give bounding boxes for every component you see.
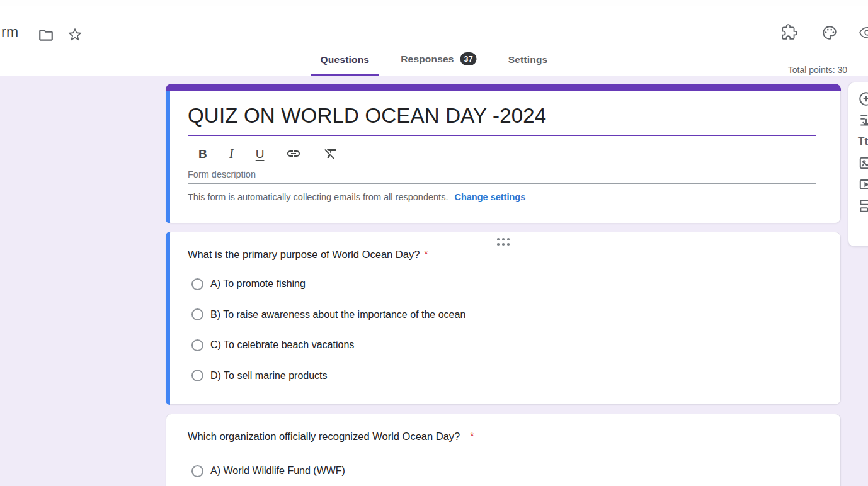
responses-count-badge: 37 (460, 52, 477, 65)
option-label[interactable]: A) To promote fishing (210, 278, 306, 290)
bold-button[interactable]: B (198, 148, 207, 160)
form-header: rm Questions Responses 37 Settings Total… (0, 6, 868, 76)
add-ons-puzzle-icon[interactable] (781, 24, 797, 40)
browser-edge-strip (0, 0, 868, 6)
form-title-fragment[interactable]: rm (1, 24, 18, 41)
add-image-icon[interactable] (858, 155, 868, 171)
tab-settings[interactable]: Settings (499, 54, 557, 76)
tab-questions[interactable]: Questions (311, 54, 379, 76)
clear-formatting-icon[interactable] (323, 146, 338, 161)
add-question-icon[interactable] (858, 91, 868, 107)
radio-button-icon[interactable] (191, 465, 203, 477)
tab-settings-label: Settings (508, 54, 548, 65)
italic-button[interactable]: I (229, 147, 234, 161)
add-video-icon[interactable] (858, 176, 868, 193)
insert-link-icon[interactable] (286, 146, 301, 161)
option-row[interactable]: C) To celebrate beach vacations (166, 330, 840, 361)
question-2-label: Which organization officially recognized… (188, 431, 460, 442)
email-collection-notice: This form is automatically collecting em… (188, 192, 816, 202)
option-label[interactable]: B) To raise awareness about the importan… (210, 309, 465, 320)
option-label[interactable]: D) To sell marine products (210, 370, 328, 381)
total-points-label: Total points: 30 (788, 65, 847, 75)
add-title-description-icon[interactable]: Tt (858, 133, 868, 150)
customize-theme-palette-icon[interactable] (821, 25, 838, 41)
option-row[interactable]: A) To promote fishing (166, 269, 840, 300)
selected-card-indicator (166, 91, 170, 223)
text-format-toolbar: B I U (188, 145, 816, 162)
option-label[interactable]: A) World Wildlife Fund (WWF) (210, 465, 345, 477)
title-focus-underline (188, 135, 816, 136)
tab-responses[interactable]: Responses 37 (391, 52, 486, 76)
required-asterisk: * (470, 431, 474, 442)
drag-handle-icon[interactable] (497, 238, 510, 246)
preview-eye-icon[interactable] (859, 25, 868, 41)
question-1-label: What is the primary purpose of World Oce… (188, 249, 420, 260)
title-card-body: QUIZ ON WORLD OCEAN DAY -2024 B I U Form… (188, 92, 816, 223)
option-row[interactable]: D) To sell marine products (166, 361, 840, 392)
question-side-toolbar: Tt (848, 82, 868, 247)
question-2-text[interactable]: Which organization officially recognized… (188, 431, 821, 443)
option-row[interactable]: A) World Wildlife Fund (WWF) (166, 456, 840, 486)
radio-button-icon[interactable] (191, 339, 203, 351)
radio-button-icon[interactable] (191, 308, 203, 320)
tab-responses-label: Responses (401, 54, 454, 65)
option-row[interactable]: B) To raise awareness about the importan… (166, 300, 840, 331)
question-1-options: A) To promote fishing B) To raise awaren… (166, 269, 840, 391)
question-card-1[interactable]: What is the primary purpose of World Oce… (166, 232, 841, 405)
email-notice-text: This form is automatically collecting em… (188, 192, 448, 202)
move-to-folder-icon[interactable] (38, 27, 54, 43)
required-asterisk: * (424, 249, 428, 260)
question-2-options: A) World Wildlife Fund (WWF) (166, 456, 840, 486)
change-settings-link[interactable]: Change settings (454, 192, 525, 202)
add-section-icon[interactable] (858, 198, 868, 214)
form-canvas: QUIZ ON WORLD OCEAN DAY -2024 B I U Form… (0, 76, 868, 486)
description-underline (188, 183, 816, 184)
question-card-2[interactable]: Which organization officially recognized… (166, 414, 841, 486)
option-label[interactable]: C) To celebrate beach vacations (210, 339, 354, 351)
form-description-input[interactable]: Form description (188, 169, 816, 179)
theme-color-bar (166, 84, 841, 91)
form-title-card[interactable]: QUIZ ON WORLD OCEAN DAY -2024 B I U Form… (166, 84, 841, 223)
form-title-input[interactable]: QUIZ ON WORLD OCEAN DAY -2024 (188, 104, 816, 128)
import-questions-icon[interactable] (858, 112, 868, 128)
tab-questions-label: Questions (321, 54, 370, 65)
star-icon[interactable] (67, 26, 83, 43)
radio-button-icon[interactable] (191, 370, 203, 381)
form-tabs: Questions Responses 37 Settings (305, 52, 564, 76)
question-1-text[interactable]: What is the primary purpose of World Oce… (188, 249, 821, 261)
radio-button-icon[interactable] (191, 278, 203, 290)
underline-button[interactable]: U (256, 148, 265, 160)
